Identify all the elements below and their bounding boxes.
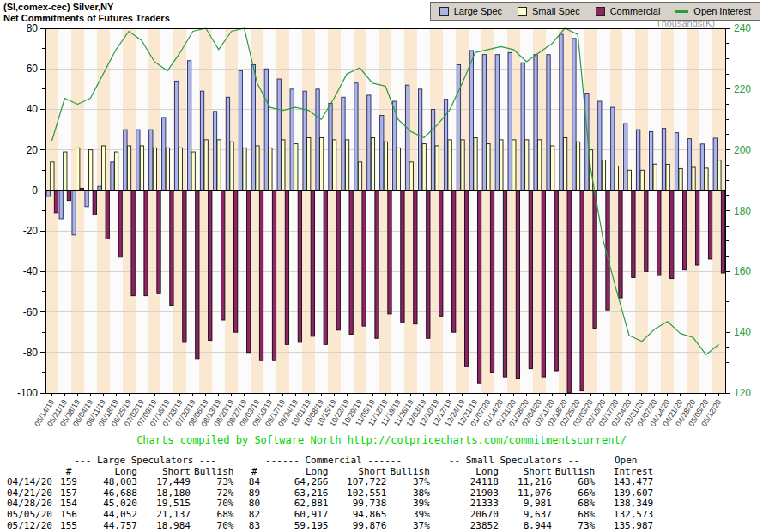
left-axis-label: 60: [27, 63, 39, 75]
group-header-commercial: ------ Commercial ------: [235, 456, 431, 467]
bar-commercial: [157, 190, 160, 293]
bar-commercial: [144, 190, 148, 296]
bar-large-spec: [457, 65, 460, 190]
table-row: 04/14/2015948,00317,44973%8464,266107,72…: [5, 477, 655, 488]
bar-large-spec: [521, 63, 524, 190]
bar-commercial: [234, 190, 238, 332]
bar-large-spec: [675, 133, 678, 190]
value-cell: 94,865: [330, 510, 388, 521]
date-cell: 05/12/20: [5, 521, 55, 532]
bar-large-spec: [111, 162, 114, 190]
bar-small-spec: [332, 140, 336, 190]
legend-item-small-spec: Small Spec: [518, 6, 580, 16]
bar-commercial: [695, 190, 699, 265]
bar-commercial: [67, 190, 70, 201]
right-axis-label: 140: [734, 326, 751, 338]
bar-small-spec: [127, 146, 130, 190]
bar-small-spec: [140, 146, 143, 190]
bar-small-spec: [576, 142, 579, 190]
bar-commercial: [464, 190, 468, 366]
date-cell: 04/14/20: [5, 477, 55, 488]
bar-small-spec: [487, 144, 490, 190]
legend-item-commercial: Commercial: [596, 6, 661, 16]
bar-commercial: [683, 190, 687, 270]
bar-commercial: [362, 190, 366, 326]
left-axis-label: 20: [27, 144, 39, 156]
value-cell: 82: [235, 510, 273, 521]
left-axis-label: 80: [27, 22, 39, 34]
left-axis-label: -20: [23, 225, 39, 237]
bar-small-spec: [320, 138, 324, 190]
group-header-large-speculators: --- Large Speculators ---: [55, 456, 235, 467]
value-cell: 21,137: [139, 510, 192, 521]
bar-large-spec: [329, 103, 332, 190]
bar-commercial: [452, 190, 456, 332]
table-row: 05/05/2015644,05221,13768%8260,91794,865…: [5, 510, 655, 521]
bar-small-spec: [371, 138, 374, 190]
bar-large-spec: [547, 55, 550, 190]
left-axis-label: -100: [17, 387, 38, 399]
value-cell: 132,573: [596, 510, 655, 521]
bar-large-spec: [354, 83, 358, 190]
bar-small-spec: [461, 140, 464, 190]
cot-chart-screen: { "title_line1": "(SI,comex-cec) Silver,…: [0, 0, 763, 532]
legend-item-open-interest: Open Interest: [675, 6, 751, 16]
bar-large-spec: [162, 118, 166, 190]
bar-small-spec: [243, 148, 246, 190]
bar-large-spec: [636, 130, 639, 190]
bar-commercial: [93, 190, 96, 215]
bar-commercial: [580, 190, 584, 391]
value-cell: 48,003: [82, 477, 139, 488]
open-interest-line-icon: [675, 10, 688, 13]
bar-commercial: [529, 190, 532, 369]
value-cell: 107,722: [330, 477, 388, 488]
bar-commercial: [246, 190, 250, 353]
left-axis-label: 0: [32, 184, 38, 196]
bar-small-spec: [76, 148, 80, 190]
bar-commercial: [196, 190, 199, 359]
bar-large-spec: [572, 39, 576, 190]
bar-small-spec: [512, 140, 516, 190]
group-header-small-speculators: -- Small Speculators --: [432, 456, 596, 467]
bar-commercial: [311, 190, 314, 336]
value-cell: 68%: [554, 477, 596, 488]
bar-small-spec: [666, 164, 669, 190]
bar-commercial: [490, 190, 494, 373]
bar-commercial: [54, 190, 58, 213]
bar-commercial: [106, 190, 109, 239]
bar-commercial: [670, 190, 674, 279]
cot-data-table: --- Large Speculators --------- Commerci…: [5, 456, 655, 531]
bar-large-spec: [482, 55, 486, 190]
value-cell: 73%: [554, 521, 596, 532]
bar-large-spec: [700, 144, 704, 190]
right-axis-label: 120: [734, 387, 751, 399]
bar-large-spec: [251, 65, 255, 190]
bar-large-spec: [342, 97, 345, 190]
bar-commercial: [118, 190, 122, 257]
bar-small-spec: [692, 167, 695, 190]
bar-commercial: [285, 190, 288, 344]
value-cell: 156: [55, 510, 82, 521]
bar-commercial: [593, 190, 596, 329]
bar-commercial: [427, 190, 430, 338]
value-cell: 9,637: [500, 510, 554, 521]
bar-small-spec: [448, 140, 451, 190]
bar-small-spec: [294, 144, 298, 190]
right-axis-label: 220: [734, 83, 751, 95]
bar-commercial: [414, 190, 417, 324]
title-line-2: Net Commitments of Futures Traders: [3, 13, 170, 23]
bar-commercial: [632, 190, 635, 278]
value-cell: 18,984: [139, 521, 192, 532]
bar-commercial: [221, 190, 225, 320]
bar-small-spec: [550, 146, 554, 190]
bar-large-spec: [469, 51, 473, 190]
bar-small-spec: [358, 162, 361, 190]
bar-small-spec: [422, 144, 426, 190]
legend-label: Large Spec: [454, 6, 502, 16]
bar-large-spec: [175, 81, 179, 190]
chart-area: -100-80-60-40-20020406080120140160180200…: [0, 0, 763, 433]
bar-small-spec: [384, 142, 387, 190]
bar-commercial: [324, 190, 327, 344]
bar-large-spec: [380, 116, 384, 190]
bar-large-spec: [264, 69, 268, 190]
